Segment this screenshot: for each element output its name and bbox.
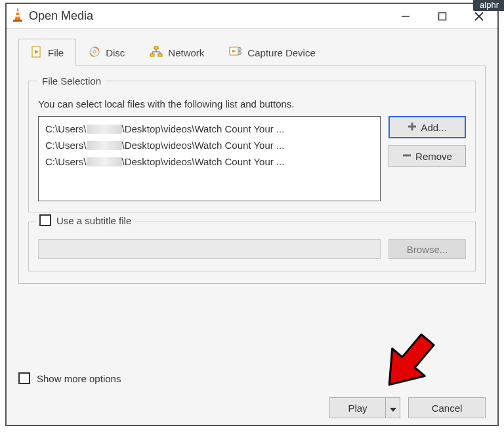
svg-rect-1	[16, 11, 20, 12]
svg-rect-2	[15, 15, 20, 16]
subtitle-path-input	[38, 239, 381, 259]
button-label: Play	[348, 403, 367, 414]
subtitle-group: Use a subtitle file Browse...	[28, 222, 476, 271]
button-label: Browse...	[407, 244, 448, 255]
tab-panel-file: File Selection You can select local file…	[18, 66, 486, 284]
chevron-down-icon	[390, 403, 396, 414]
play-button[interactable]: Play	[329, 397, 386, 418]
tab-label: Disc	[106, 47, 125, 58]
capture-device-icon	[229, 46, 242, 60]
svg-point-22	[238, 51, 242, 54]
disc-icon	[89, 46, 100, 60]
svg-rect-12	[154, 47, 158, 49]
tab-network[interactable]: Network	[137, 39, 217, 66]
list-item[interactable]: C:\Users\\Desktop\videos\Watch Count You…	[44, 121, 375, 137]
minimize-button[interactable]	[387, 4, 424, 29]
svg-marker-0	[15, 8, 20, 20]
redacted-segment	[87, 125, 122, 134]
file-selection-group: File Selection You can select local file…	[28, 75, 476, 212]
browse-button: Browse...	[388, 239, 466, 259]
cancel-button[interactable]: Cancel	[408, 397, 486, 418]
tab-capture-device[interactable]: Capture Device	[217, 39, 327, 66]
window-title: Open Media	[29, 9, 93, 23]
svg-rect-13	[150, 54, 154, 56]
file-icon	[31, 46, 43, 60]
svg-rect-5	[439, 12, 446, 20]
tab-file[interactable]: File	[18, 39, 76, 66]
svg-point-21	[238, 47, 242, 50]
remove-button[interactable]: Remove	[388, 145, 466, 167]
redacted-segment	[87, 141, 122, 150]
button-label: Remove	[415, 151, 452, 162]
file-selection-desc: You can select local files with the foll…	[38, 98, 466, 109]
svg-rect-3	[13, 20, 22, 22]
tab-bar: File Disc	[18, 39, 486, 66]
subtitle-label: Use a subtitle file	[56, 215, 131, 226]
list-item[interactable]: C:\Users\\Desktop\videos\Watch Count You…	[44, 153, 375, 170]
add-button[interactable]: Add...	[388, 116, 466, 138]
maximize-button[interactable]	[424, 4, 461, 29]
redacted-segment	[87, 157, 122, 167]
list-item[interactable]: C:\Users\\Desktop\videos\Watch Count You…	[44, 137, 375, 153]
tab-label: File	[48, 47, 64, 58]
svg-rect-24	[408, 125, 416, 127]
titlebar: Open Media	[7, 4, 497, 29]
vlc-cone-icon	[10, 7, 25, 25]
svg-rect-14	[158, 54, 162, 56]
tab-disc[interactable]: Disc	[76, 39, 137, 66]
button-label: Add...	[421, 122, 446, 133]
show-more-checkbox[interactable]	[18, 372, 30, 384]
play-dropdown-button[interactable]	[386, 397, 400, 418]
network-icon	[150, 46, 163, 60]
subtitle-checkbox[interactable]	[39, 214, 51, 226]
tab-label: Network	[168, 47, 204, 58]
file-list[interactable]: C:\Users\\Desktop\videos\Watch Count You…	[38, 116, 381, 201]
file-selection-legend: File Selection	[38, 75, 105, 87]
open-media-window: Open Media File	[5, 3, 499, 426]
plus-icon	[408, 122, 417, 133]
svg-marker-26	[390, 408, 396, 412]
show-more-label: Show more options	[37, 373, 121, 384]
tab-label: Capture Device	[247, 47, 315, 58]
watermark-badge: alphr	[473, 0, 504, 11]
minus-icon	[402, 151, 411, 162]
svg-point-11	[93, 50, 96, 53]
button-label: Cancel	[432, 403, 463, 414]
svg-rect-25	[403, 154, 411, 156]
